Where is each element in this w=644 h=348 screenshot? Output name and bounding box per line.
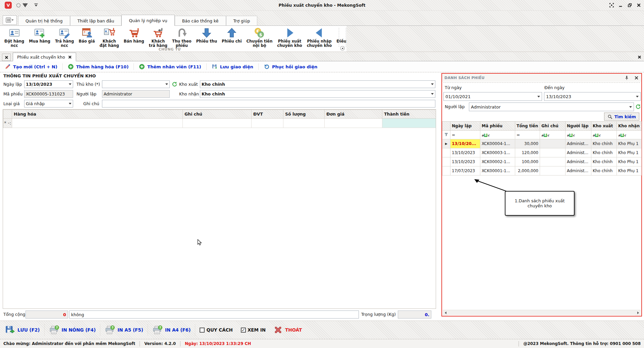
filter-cell-tong-tien[interactable]: =	[515, 131, 540, 139]
grid-column-header-on-gia[interactable]: Đơn giá	[325, 110, 382, 119]
tab-phieu-xuat-chuyen-kho[interactable]: Phiếu xuất chuyển kho	[13, 53, 76, 61]
ribbon-tab-bao-cao-thong-ke[interactable]: Báo cáo thống kê	[175, 16, 226, 25]
toolbar-button-tra-hang-ncc[interactable]: Trả hàng ncc	[53, 26, 76, 49]
kho-nhan-combo[interactable]: Kho chính	[200, 90, 435, 98]
toolbar-button-thu-theo-phieu[interactable]: Thu theo phiếu	[170, 26, 194, 49]
cell-nguoi_lap[interactable]: Administ...	[566, 157, 591, 166]
cell-ngay_lap[interactable]: 13/10/2023	[450, 148, 480, 157]
panel-column-header-ghi-chu[interactable]: Ghi chú	[540, 122, 566, 131]
table-row[interactable]: ▶13/10/20...XCK00004-1...30,000Administ.…	[442, 139, 642, 148]
panel-nguoi-lap-combo[interactable]: Administrator	[469, 102, 634, 111]
panel-column-header-ngay-lap[interactable]: Ngày lập	[450, 122, 480, 131]
cell-nguoi_lap[interactable]: Administ...	[566, 139, 591, 148]
grid-new-row-cell-hang-hoa[interactable]	[12, 119, 183, 128]
close-icon[interactable]	[636, 3, 641, 8]
cell-nguoi_lap[interactable]: Administ...	[566, 166, 591, 176]
grid-new-row[interactable]: * -:	[3, 119, 436, 128]
restore-icon[interactable]	[627, 3, 632, 8]
checkbox-xem-in[interactable]: ✓XEM IN	[241, 327, 266, 333]
ribbon-tab-quan-tri-he-thong[interactable]: Quản trị hệ thống	[18, 16, 70, 25]
toolbar-button-khach-tra-hang[interactable]: Khách trả hàng	[147, 26, 170, 49]
app-logo[interactable]: V	[5, 2, 12, 9]
panel-column-header-tong-tien[interactable]: Tổng tiền	[515, 122, 540, 131]
cell-kho_xuat[interactable]: Kho chính	[591, 157, 617, 166]
button-in-a5-f5[interactable]: ?IN A5 (F5)	[105, 325, 143, 335]
filter-cell-kho-xuat[interactable]: aBc	[591, 131, 617, 139]
button-in-a4-f6[interactable]: ?IN A4 (F6)	[152, 325, 191, 335]
action-tao-moi-ctrl-n[interactable]: Tạo mới (Ctrl + N)	[5, 64, 57, 70]
checkbox-box-icon[interactable]: ✓	[241, 328, 246, 333]
cell-kho_xuat[interactable]: Kho chính	[591, 148, 617, 157]
cell-tong_tien[interactable]: 120,000	[515, 148, 540, 157]
filter-cell-ghi-chu[interactable]: aBc	[540, 131, 566, 139]
action-phuc-hoi-giao-dien[interactable]: Phục hồi giao diện	[264, 64, 317, 70]
grid-new-row-cell-on-gia[interactable]	[325, 119, 382, 128]
toolbar-button-phieu-chi[interactable]: Phiếu chi	[219, 26, 244, 44]
action-them-nhan-vien-f11[interactable]: Thêm nhân viên (F11)	[139, 64, 201, 70]
fit-screen-icon[interactable]	[609, 3, 614, 8]
thu-kho-combo[interactable]	[102, 80, 170, 88]
filter-cell-kho-nhan[interactable]: aBc	[617, 131, 642, 139]
grid-column-header-so-luong[interactable]: Số lượng	[283, 110, 325, 119]
grid-column-header-ghi-chu[interactable]: Ghi chú	[183, 110, 252, 119]
horizontal-scrollbar[interactable]	[443, 310, 641, 315]
ngay-lap-combo[interactable]: 13/10/2023	[24, 80, 73, 88]
toolbar-button-bao-gia[interactable]: Báo giá	[76, 26, 97, 44]
panel-close-icon[interactable]	[634, 75, 639, 80]
refresh-icon[interactable]	[635, 104, 641, 110]
window-menu-button[interactable]	[3, 15, 17, 25]
cell-tong_tien[interactable]: 30,000	[515, 139, 540, 148]
minimize-icon[interactable]	[618, 3, 623, 8]
toolbar-button-phieu-nhap-chuyen-kho[interactable]: Phiếu nhập chuyển kho	[305, 26, 334, 49]
table-row[interactable]: 13/10/2023XCK00002-1...100,000Administ..…	[442, 157, 642, 166]
cell-ghi_chu[interactable]	[540, 157, 566, 166]
grid-new-row-cell-so-luong[interactable]	[283, 119, 325, 128]
close-tab-group-icon[interactable]	[638, 55, 641, 59]
filter-funnel-cell[interactable]	[442, 131, 450, 139]
cell-ghi_chu[interactable]	[540, 139, 566, 148]
pin-icon[interactable]	[624, 75, 629, 80]
quick-access-circle-icon[interactable]	[16, 3, 21, 8]
panel-column-header-kho-xuat[interactable]: Kho xuất	[591, 122, 617, 131]
grid-column-header-thanh-tien[interactable]: Thành tiền	[382, 110, 436, 119]
tab-close-icon[interactable]	[68, 55, 72, 59]
grid-new-row-cell-ghi-chu[interactable]	[183, 119, 252, 128]
checkbox-quy-cach[interactable]: QUY CÁCH	[200, 327, 232, 333]
toolbar-button-at-hang-ncc[interactable]: Đặt hàng ncc	[2, 26, 26, 49]
loai-gia-combo[interactable]: Giá nhập	[24, 100, 73, 108]
panel-column-header-kho-nhan[interactable]: Kho nhận	[617, 122, 642, 131]
button-in-nong-f4[interactable]: ?IN NÓNG (F4)	[49, 325, 96, 335]
cell-kho_nhan[interactable]: Kho Phụ 1	[617, 139, 642, 148]
cell-kho_xuat[interactable]: Kho chính	[591, 166, 617, 176]
close-all-tabs-button[interactable]	[2, 54, 11, 61]
table-row[interactable]: 13/10/2023XCK00003-1...120,000Administ..…	[442, 148, 642, 157]
customize-toolbar-icon[interactable]	[34, 3, 38, 7]
grid-new-row-cell-thanh-tien[interactable]	[382, 119, 436, 128]
cell-tong_tien[interactable]: 100,000	[515, 157, 540, 166]
den-ngay-combo[interactable]: 13/10/2023	[544, 92, 641, 101]
note-field[interactable]: không	[69, 310, 359, 319]
checkbox-box-icon[interactable]	[200, 328, 205, 333]
ribbon-collapse-icon[interactable]	[340, 46, 345, 51]
cell-ma_phieu[interactable]: XCK00004-1...	[480, 139, 515, 148]
tu-ngay-combo[interactable]: 01/10/2021	[443, 92, 542, 101]
ribbon-tab-thiet-lap-ban-au[interactable]: Thiết lập ban đầu	[70, 16, 122, 25]
table-row[interactable]: 17/07/2023XCK00001-1...2,000,000Administ…	[442, 166, 642, 176]
cell-kho_nhan[interactable]: Kho Phụ 1	[617, 166, 642, 176]
cell-ma_phieu[interactable]: XCK00002-1...	[480, 157, 515, 166]
action-them-hang-hoa-f10[interactable]: Thêm hàng hóa (F10)	[68, 64, 128, 70]
cell-ma_phieu[interactable]: XCK00003-1...	[480, 148, 515, 157]
panel-column-header-nguoi-lap[interactable]: Người lập	[566, 122, 591, 131]
ribbon-tab-tro-giup[interactable]: Trợ giúp	[226, 16, 258, 25]
grid-new-row-cell-vt[interactable]	[252, 119, 283, 128]
toolbar-button-mua-hang[interactable]: Mua hàng	[26, 26, 53, 44]
chevron-down-icon[interactable]	[22, 3, 28, 8]
grid-column-header-vt[interactable]: ĐVT	[252, 110, 283, 119]
filter-cell-ma-phieu[interactable]: aBc	[480, 131, 515, 139]
panel-column-header-ma-phieu[interactable]: Mã phiếu	[480, 122, 515, 131]
grid-column-header-hang-hoa[interactable]: Hàng hóa	[12, 110, 183, 119]
kho-xuat-combo[interactable]: Kho chính	[200, 80, 435, 88]
button-thoat[interactable]: THOÁT	[274, 326, 302, 334]
button-luu-f2[interactable]: LƯU (F2)	[5, 325, 40, 335]
filter-cell-nguoi-lap[interactable]: aBc	[566, 131, 591, 139]
